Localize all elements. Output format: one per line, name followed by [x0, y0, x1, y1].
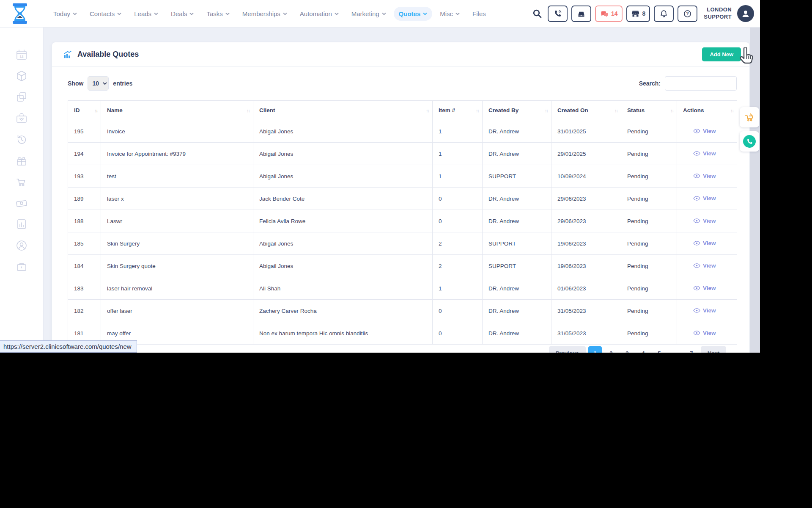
view-label: View	[703, 195, 716, 202]
search-icon[interactable]	[532, 8, 542, 19]
eye-icon	[693, 330, 700, 336]
store-button[interactable]: 8	[626, 6, 650, 22]
chevron-down-icon	[335, 12, 339, 15]
view-link[interactable]: View	[693, 195, 716, 202]
case-lock-icon[interactable]	[15, 260, 28, 273]
table-row: 185Skin SurgeryAbigail Jones2SUPPORT19/0…	[68, 232, 737, 255]
cell-actions: View	[677, 165, 737, 188]
money-icon[interactable]	[15, 197, 28, 210]
view-link[interactable]: View	[693, 240, 716, 246]
cart-icon[interactable]	[15, 176, 28, 188]
cell-status: Pending	[621, 165, 677, 188]
question-icon: ?	[683, 9, 692, 18]
cell-id: 182	[68, 300, 101, 322]
view-link[interactable]: View	[693, 262, 716, 269]
nav-item-tasks[interactable]: Tasks	[201, 7, 234, 21]
nav-item-files[interactable]: Files	[467, 7, 491, 21]
store-icon	[631, 9, 640, 18]
chevron-down-icon	[423, 12, 427, 15]
page-button-3[interactable]: 3	[620, 346, 634, 353]
column-header-items[interactable]: Item #↑↓	[433, 101, 483, 120]
page-title: Available Quotes	[63, 50, 139, 59]
nav-item-memberships[interactable]: Memberships	[237, 7, 292, 21]
column-header-created_by[interactable]: Created By↑↓	[483, 101, 551, 120]
view-link[interactable]: View	[693, 173, 716, 179]
view-link[interactable]: View	[693, 330, 716, 336]
view-link[interactable]: View	[693, 150, 716, 157]
cell-client: Jack Bender Cote	[253, 188, 433, 210]
cell-name: laser hair removal	[101, 277, 253, 300]
page-button-7[interactable]: 7	[685, 346, 698, 353]
gift-icon[interactable]	[15, 155, 28, 167]
quick-call-button[interactable]	[740, 131, 759, 152]
add-new-button[interactable]: Add New	[702, 47, 741, 61]
table-search-input[interactable]	[665, 76, 737, 91]
next-page-button[interactable]: Next	[701, 346, 726, 353]
cell-created_by: DR. Andrew	[483, 143, 551, 165]
history-icon[interactable]	[15, 133, 28, 146]
calendar-icon[interactable]: 12	[15, 49, 28, 61]
nav-item-automation[interactable]: Automation	[295, 7, 344, 21]
table-row: 195InvoiceAbigail Jones1DR. Andrew31/01/…	[68, 120, 737, 143]
view-link[interactable]: View	[693, 218, 716, 224]
view-link[interactable]: View	[693, 128, 716, 134]
nav-item-quotes[interactable]: Quotes	[394, 7, 433, 21]
page-button-2[interactable]: 2	[604, 346, 618, 353]
page-button-5[interactable]: 5	[653, 346, 666, 353]
nav-item-label: Misc	[440, 10, 453, 17]
user-circle-icon[interactable]	[15, 239, 28, 252]
column-header-id[interactable]: ID↑↓	[68, 101, 101, 120]
inbox-button[interactable]	[571, 6, 591, 22]
quick-cart-button[interactable]	[740, 107, 759, 127]
cell-actions: View	[677, 120, 737, 143]
user-name: LONDON SUPPORT	[704, 6, 732, 21]
column-header-client[interactable]: Client↑↓	[253, 101, 433, 120]
column-header-name[interactable]: Name↑↓	[101, 101, 253, 120]
notifications-button[interactable]	[654, 6, 674, 22]
bag-icon[interactable]	[15, 112, 28, 125]
sort-arrows-icon: ↑↓	[426, 108, 429, 113]
cell-actions: View	[677, 210, 737, 232]
dialer-button[interactable]	[548, 6, 568, 22]
chat-button[interactable]: 14	[595, 6, 623, 22]
nav-item-deals[interactable]: Deals	[166, 7, 199, 21]
clinicsoftware-logo[interactable]	[10, 3, 30, 24]
copy-icon[interactable]	[15, 91, 28, 104]
screen: TodayContactsLeadsDealsTasksMembershipsA…	[0, 0, 812, 508]
column-header-status[interactable]: Status↑↓	[621, 101, 677, 120]
column-header-created_on[interactable]: Created On↑↓	[551, 101, 621, 120]
view-link[interactable]: View	[693, 307, 716, 314]
help-button[interactable]: ?	[678, 6, 697, 22]
page-size-select[interactable]: 10	[88, 76, 109, 91]
previous-page-button[interactable]: Previous	[549, 346, 586, 353]
nav-item-label: Leads	[134, 10, 151, 17]
column-header-actions[interactable]: Actions↑↓	[677, 101, 737, 120]
report-icon[interactable]	[15, 218, 28, 231]
nav-item-contacts[interactable]: Contacts	[85, 7, 126, 21]
page-button-1[interactable]: 1	[588, 346, 602, 353]
nav-item-label: Tasks	[206, 10, 222, 17]
cell-id: 194	[68, 143, 101, 165]
view-link[interactable]: View	[693, 285, 716, 291]
page-button-…[interactable]: …	[669, 346, 682, 353]
nav-item-today[interactable]: Today	[48, 7, 82, 21]
cell-created_on: 31/01/2025	[551, 120, 621, 143]
top-navigation-bar: TodayContactsLeadsDealsTasksMembershipsA…	[0, 0, 760, 28]
page-button-4[interactable]: 4	[636, 346, 650, 353]
nav-item-label: Memberships	[242, 10, 280, 17]
nav-item-marketing[interactable]: Marketing	[346, 7, 391, 21]
nav-item-misc[interactable]: Misc	[435, 7, 465, 21]
table-row: 194Invoice for Appointment: #9379Abigail…	[68, 143, 737, 165]
package-icon[interactable]	[15, 70, 28, 83]
scrollbar-track[interactable]	[750, 28, 760, 353]
cell-name: Invoice	[101, 120, 253, 143]
left-icon-sidebar: 12	[0, 28, 44, 353]
sort-arrows-icon: ↑↓	[670, 108, 673, 113]
cell-actions: View	[677, 255, 737, 277]
nav-item-leads[interactable]: Leads	[129, 7, 163, 21]
cell-client: Abigail Jones	[253, 255, 433, 277]
eye-icon	[693, 128, 700, 134]
user-avatar[interactable]	[737, 5, 754, 22]
cell-status: Pending	[621, 300, 677, 322]
cell-actions: View	[677, 232, 737, 255]
